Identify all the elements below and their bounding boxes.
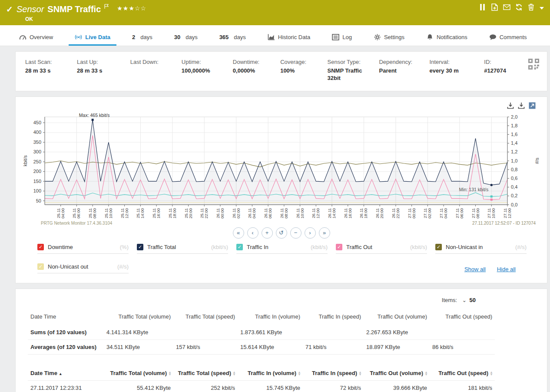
svg-text:00:00: 00:00 [411,208,416,219]
svg-text:20:00: 20:00 [188,208,193,219]
graph-pan-zoom-controls: «‹+↺−›» [21,226,542,243]
info-sensor-type: Sensor Type:SNMP Traffic 32bit [328,59,375,82]
tab-log[interactable]: Log [326,31,358,46]
legend-label: Downtime [48,244,73,250]
legend-checkbox[interactable]: ✓ [137,244,143,250]
detail-header-traffic-out-volume[interactable]: Traffic Out (volume)▴▾ [364,366,430,381]
trash-icon[interactable] [527,3,535,11]
legend-unit: (kbit/s) [211,244,228,250]
pan-far-right-button[interactable]: » [319,227,330,239]
items-per-page-control[interactable]: Items: ⌄ 50 [28,295,537,309]
sensor-kind-label: Sensor [17,4,44,14]
info-label: Interval: [430,59,480,65]
pause-icon[interactable] [479,3,486,11]
zoom-in-button[interactable]: + [262,227,273,239]
tab-comments[interactable]: Comments [483,31,533,46]
info-dependency: Dependency:Parent [379,59,425,82]
detail-header-traffic-in-speed[interactable]: Traffic In (speed)▴▾ [303,366,364,381]
summary-cell: Averages (of 120 values) [28,339,104,354]
tab-notifications[interactable]: Notifications [420,31,474,46]
add-note-icon[interactable] [491,3,498,11]
legend-checkbox[interactable]: ✓ [336,244,342,250]
detail-header-date-time[interactable]: Date Time▴ [28,366,104,381]
summary-header-row: Date TimeTraffic Total (volume)Traffic T… [28,309,495,325]
svg-text:400: 400 [33,130,41,135]
info-coverage: Coverage:100% [280,59,323,82]
summary-header-cell: Traffic In (volume) [238,309,303,325]
svg-text:0,4: 0,4 [511,184,517,189]
legend-item-traffic-total: ✓Traffic Total(kbit/s) [137,244,228,254]
download-icon[interactable] [518,102,525,109]
check-icon: ✓ [6,4,13,14]
refresh-icon[interactable] [515,3,523,11]
svg-text:10:00: 10:00 [300,208,305,219]
tab-label: Historic Data [278,34,310,40]
tab-history[interactable]: History [543,31,550,46]
info-label: Last Up: [77,59,126,65]
pan-right-button[interactable]: › [305,227,316,239]
tab-days[interactable]: 2days [126,31,159,46]
reset-zoom-button[interactable]: ↺ [276,227,287,239]
legend-checkbox[interactable]: ✓ [37,263,44,270]
live-graph-svg[interactable]: 501001502002503003504004500,00,20,40,60,… [21,110,542,226]
tab-historic-data[interactable]: Historic Data [262,31,316,46]
svg-text:Max: 465 kbit/s: Max: 465 kbit/s [79,113,110,118]
hide-all-link[interactable]: Hide all [497,266,516,272]
svg-text:Min: 131 kbit/s: Min: 131 kbit/s [459,186,489,192]
caret-down-icon[interactable] [540,7,544,10]
svg-text:06:00: 06:00 [76,208,81,219]
tab-label: Overview [30,34,53,40]
live-graph[interactable]: 501001502002503003504004500,00,20,40,60,… [21,110,542,228]
comment-icon [489,34,497,40]
detail-header-traffic-total-speed[interactable]: Traffic Total (speed)▴▾ [173,366,238,381]
legend-checkbox[interactable]: ✓ [236,244,243,250]
summary-cell: 15.614 KByte [238,339,303,354]
svg-text:0,2: 0,2 [511,193,517,198]
detail-cell: 252 kbit/s [173,380,238,392]
legend-checkbox[interactable]: ✓ [37,244,44,250]
flag-icon[interactable] [104,4,109,10]
show-all-link[interactable]: Show all [464,266,486,272]
gear-icon [374,34,381,40]
svg-text:50: 50 [36,198,41,203]
summary-cell: 157 kbit/s [173,339,238,354]
summary-cell: 18.897 KByte [364,339,430,354]
graph-timestamp-label: 27.11.2017 12:52:07 - ID 127074 [472,221,536,226]
detail-header-traffic-in-volume[interactable]: Traffic In (volume)▴▾ [238,366,303,381]
svg-text:12:00: 12:00 [315,208,320,219]
svg-text:08:00: 08:00 [475,208,480,219]
tab-settings[interactable]: Settings [368,31,411,46]
svg-text:1,4: 1,4 [511,140,517,146]
legend-checkbox[interactable]: ✓ [435,244,442,250]
sensor-title: SNMP Traffic [47,4,101,14]
tab-days[interactable]: 30days [168,31,204,46]
detail-header-traffic-total-volume[interactable]: Traffic Total (volume)▴▾ [104,366,173,381]
svg-text:12:00: 12:00 [507,208,512,219]
detail-header-traffic-out-speed[interactable]: Traffic Out (speed)▴▾ [430,366,495,381]
sensor-header: ✓ Sensor SNMP Traffic ★★★☆☆ OK [0,0,550,25]
tab-label: Settings [384,34,404,40]
svg-text:08:00: 08:00 [284,208,288,219]
download-icon[interactable] [507,102,514,109]
info-value: 28 m 33 s [77,67,126,75]
legend-label: Non-Unicast out [48,263,88,270]
tab-days[interactable]: 365days [213,31,252,46]
chevron-down-icon: ⌄ [462,297,467,303]
info-uptime: Uptime:100,0000% [182,59,229,82]
tab-live-data[interactable]: Live Data [69,31,116,46]
qr-code-icon[interactable] [528,59,539,70]
tab-label: Log [342,34,352,40]
svg-text:0,0: 0,0 [511,202,517,207]
svg-text:0,6: 0,6 [511,176,517,181]
pan-left-button[interactable]: ‹ [247,227,258,239]
svg-text:20:00: 20:00 [379,208,384,219]
priority-stars[interactable]: ★★★☆☆ [117,5,146,12]
pan-far-left-button[interactable]: « [233,227,244,239]
items-count-value[interactable]: 50 [470,297,476,303]
tab-overview[interactable]: Overview [13,31,59,46]
envelope-icon[interactable] [503,3,510,11]
zoom-out-button[interactable]: − [290,227,302,239]
legend-label: Traffic In [247,244,268,250]
expand-icon[interactable] [529,102,536,109]
svg-text:150: 150 [33,178,41,183]
